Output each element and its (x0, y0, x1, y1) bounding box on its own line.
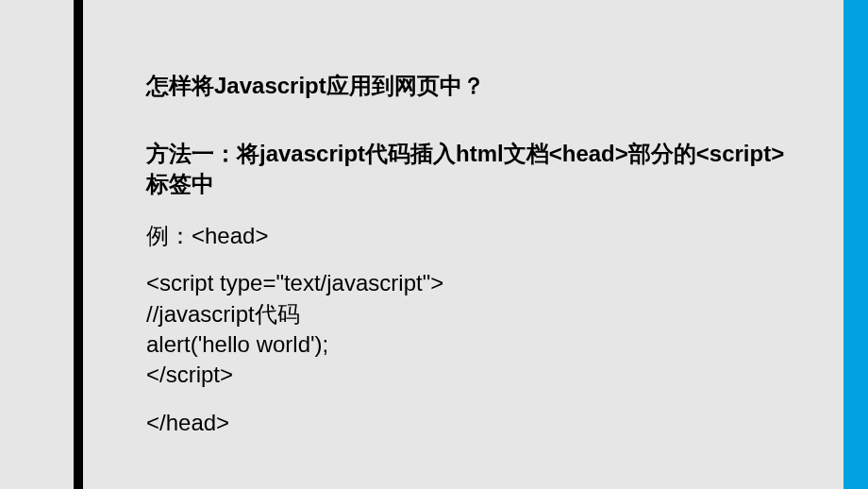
left-accent-bar (74, 0, 83, 489)
slide-content: 怎样将Javascript应用到网页中？ 方法一：将javascript代码插入… (146, 71, 788, 455)
slide-subtitle: 方法一：将javascript代码插入html文档<head>部分的<scrip… (146, 139, 788, 200)
right-accent-bar (843, 0, 868, 489)
slide-title: 怎样将Javascript应用到网页中？ (146, 71, 788, 101)
code-example: <script type="text/javascript"> //javasc… (146, 268, 788, 391)
example-label: 例：<head> (146, 221, 788, 251)
closing-tag: </head> (146, 408, 788, 438)
